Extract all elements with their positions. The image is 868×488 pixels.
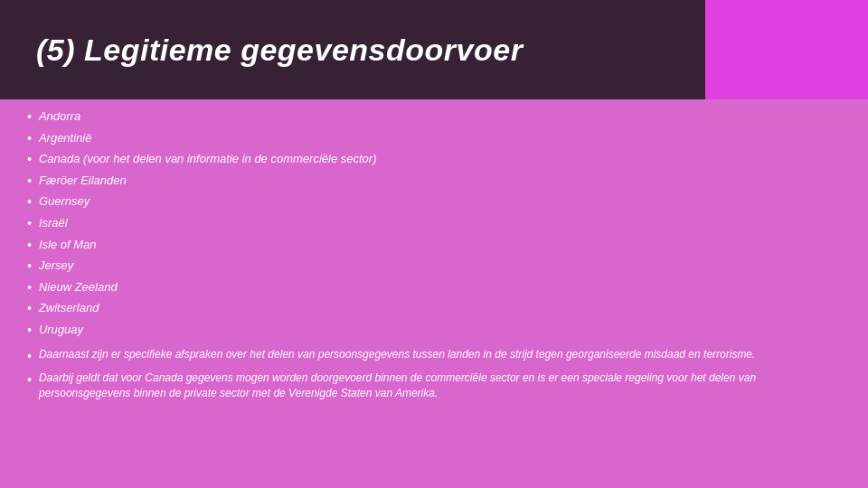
list-item: Færöer Eilanden <box>27 173 850 191</box>
list-item: Argentinië <box>27 130 850 148</box>
list-item: Uruguay <box>27 322 850 340</box>
title-bar: (5) Legitieme gegevensdoorvoer <box>0 0 705 99</box>
list-item: Zwitserland <box>27 300 850 318</box>
list-item: Israël <box>27 215 850 233</box>
list-item: Isle of Man <box>27 237 850 255</box>
list-item: Nieuw Zeeland <box>27 279 850 297</box>
list-item: Guernsey <box>27 193 850 211</box>
list-item: Andorra <box>27 108 850 127</box>
bullet-list: Andorra Argentinië Canada (voor het dele… <box>27 108 850 340</box>
list-item: Canada (voor het delen van informatie in… <box>27 151 850 169</box>
paragraph-text-2: Daarbij geldt dat voor Canada gegevens m… <box>39 371 850 402</box>
slide-title: (5) Legitieme gegevensdoorvoer <box>36 33 523 68</box>
list-item: Jersey <box>27 258 850 276</box>
paragraph-item-2: Daarbij geldt dat voor Canada gegevens m… <box>27 371 850 402</box>
content-area: Andorra Argentinië Canada (voor het dele… <box>27 108 850 479</box>
paragraph-item-1: Daarnaast zijn er specifieke afspraken o… <box>27 347 850 365</box>
paragraph-text-1: Daarnaast zijn er specifieke afspraken o… <box>39 347 850 362</box>
slide-container: (5) Legitieme gegevensdoorvoer Andorra A… <box>0 0 868 488</box>
accent-square <box>705 0 868 99</box>
